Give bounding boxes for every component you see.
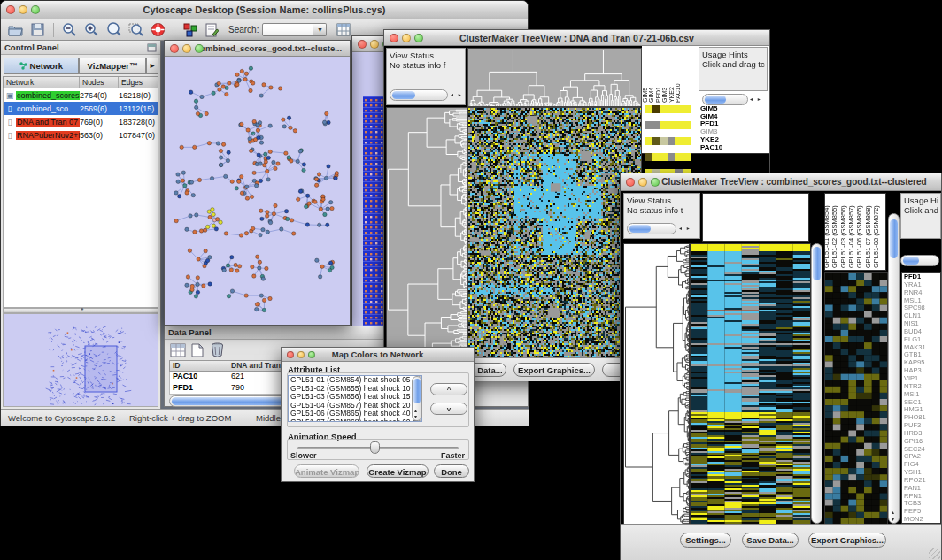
attribute-item[interactable]: GPL51-07 (GSM868) heat shock 60 min [289,418,421,423]
scroll-thumb[interactable] [705,96,726,104]
window-controls[interactable] [390,30,423,45]
treeview2-title-bar[interactable]: ClusterMaker TreeView : combined_scores_… [621,173,941,191]
attribute-list[interactable]: GPL51-01 (GSM854) heat shock 05 minGPL51… [288,375,422,422]
save-data-button[interactable]: Save Data... [742,533,799,548]
gene-label[interactable]: VIP1 [904,375,940,383]
gene-label[interactable]: TCB3 [904,500,940,508]
gene-label[interactable]: MSL1 [904,297,940,305]
main-title-bar[interactable]: Cytoscape Desktop (Session Name: collins… [1,1,528,19]
gene-label[interactable]: FIG4 [904,461,940,469]
scroll-thumb[interactable] [413,379,421,403]
gene-label[interactable]: HAP3 [904,367,940,375]
network-row[interactable]: ▯combined_sco2569(6)13112(15) [4,102,158,115]
gene-label[interactable]: YKE2 [700,136,753,144]
done-button[interactable]: Done [434,464,469,478]
tv2-status-scrollbar[interactable] [627,223,676,234]
tab-overflow-button[interactable]: ▶ [146,58,158,74]
new-attribute-button[interactable] [191,343,204,361]
tv2-heatmap[interactable] [690,243,811,525]
save-session-button[interactable] [27,20,49,39]
col-network[interactable]: Network [4,77,80,88]
gene-label[interactable]: GIM3 [700,128,753,136]
export-graphics-button[interactable]: Export Graphics... [808,533,886,548]
tv1-heatmap[interactable] [467,107,642,357]
gene-label[interactable]: PFD1 [700,120,753,128]
zoom-out-button[interactable] [58,20,81,39]
search-input[interactable] [262,23,313,36]
gene-label[interactable]: NTR2 [904,383,940,391]
gene-label[interactable]: YSH1 [904,469,940,477]
gene-label[interactable]: PAC10 [700,144,753,152]
gene-label[interactable]: YRA1 [904,281,940,289]
speed-slider-thumb[interactable] [370,441,380,454]
network-row[interactable]: ▯RNAPuberNov2+I563(0)107847(0) [4,128,158,142]
zoom-in-button[interactable] [81,20,103,39]
tv1-zoom-hscrollbar[interactable] [702,94,748,105]
gene-label[interactable]: MAK31 [904,344,940,352]
tv2-main-vscrollbar[interactable] [811,243,822,524]
move-down-button[interactable]: v [430,403,467,415]
tv2-hints-scrollbar[interactable] [900,255,939,266]
gene-label[interactable]: BUD4 [904,328,940,336]
gene-label[interactable]: SEC24 [904,446,940,454]
network-row[interactable]: ▣combined_scores2764(0)16218(0) [4,88,158,102]
move-up-button[interactable]: ^ [430,383,467,395]
gene-label[interactable]: NIS1 [904,320,940,328]
scroll-thumb[interactable] [890,219,898,258]
gene-label[interactable]: HMG1 [904,406,940,414]
gene-label[interactable]: RNR4 [904,289,940,297]
network-view-canvas[interactable] [165,57,350,325]
annotation-button[interactable] [201,20,223,39]
scroll-thumb[interactable] [903,257,919,265]
gene-label[interactable]: GPI16 [904,438,940,446]
network-window-1-title-bar[interactable]: combined_scores_good.txt--cluste... [165,41,350,57]
gene-label[interactable]: PHO81 [904,414,940,422]
attribute-list-scrollbar[interactable]: ▴▾ [412,376,422,421]
export-graphics-button[interactable]: Export Graphics... [513,363,595,377]
network-row[interactable]: ▯DNA and Tran 07769(0)183728(0) [4,115,158,128]
tv2-zoom-heatmap[interactable] [824,272,888,525]
gene-label[interactable]: PAN1 [904,485,940,493]
window-controls[interactable] [170,41,204,56]
gene-label[interactable]: HRD3 [904,430,940,438]
zoom-selected-button[interactable] [125,20,147,39]
help-button[interactable] [147,20,169,39]
treeview1-title-bar[interactable]: ClusterMaker TreeView : DNA and Tran 07-… [384,30,769,46]
gene-label[interactable]: CPA2 [904,453,940,461]
gene-label[interactable]: KAP95 [904,359,940,367]
gene-label[interactable]: SPC98 [904,304,940,312]
dialog-title-bar[interactable]: Map Colors to Network [282,348,474,362]
select-attributes-button[interactable] [170,343,186,361]
window-controls[interactable] [626,173,660,190]
gene-label[interactable]: PFD1 [904,273,940,281]
scroll-thumb[interactable] [629,225,651,233]
scroll-arrows[interactable]: ◂ ▸ [679,223,691,234]
gene-label[interactable]: MSI1 [904,391,940,399]
zoom-fit-button[interactable] [103,20,125,39]
scroll-arrows[interactable]: ◂ ▸ [451,89,463,101]
gene-label[interactable]: CLN1 [904,312,940,320]
network-overview-panel[interactable] [3,313,158,407]
tv1-zoom-matrix[interactable] [645,105,691,151]
gene-label[interactable]: MON2 [904,516,940,524]
tab-network[interactable]: Network [4,58,79,74]
gene-label[interactable]: RPN1 [904,493,940,501]
scroll-thumb[interactable] [392,91,415,99]
tv1-column-dendrogram[interactable] [467,48,642,107]
gene-label[interactable]: GTB1 [904,351,940,359]
gene-label[interactable]: RPO21 [904,477,940,485]
gene-label[interactable]: GIM4 [700,113,753,121]
window-controls[interactable] [287,348,315,361]
col-nodes[interactable]: Nodes [80,77,119,88]
gene-label[interactable]: PEP5 [904,508,940,516]
create-vizmap-button[interactable]: Create Vizmap [367,464,429,478]
col-edges[interactable]: Edges [119,77,158,88]
network-grid-canvas[interactable] [363,96,385,326]
settings-button[interactable]: Settings... [680,533,731,548]
gene-label[interactable]: SEC1 [904,399,940,407]
search-dropdown-arrow[interactable]: ▼ [313,23,327,36]
scroll-thumb[interactable] [813,247,821,280]
vizmapper-button[interactable] [179,20,201,39]
window-controls[interactable] [6,1,40,19]
scroll-arrows[interactable]: ◂ ▸ [750,94,762,105]
